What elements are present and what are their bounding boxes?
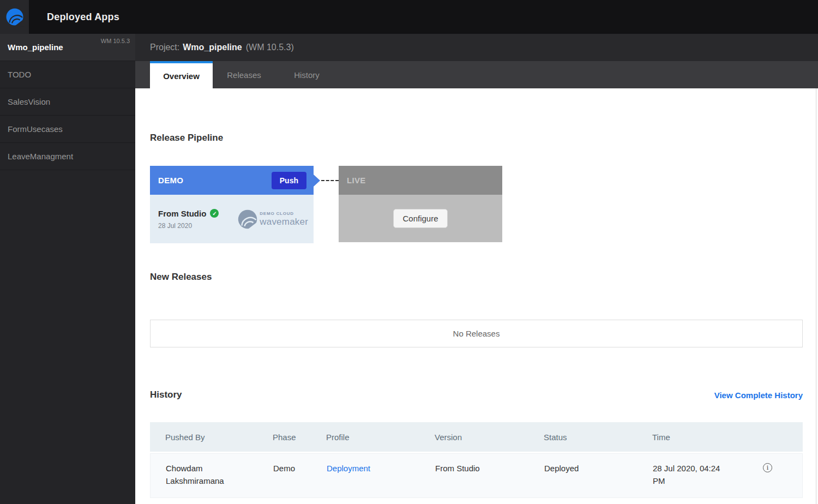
main-panel: Project: Wmo_pipeline (WM 10.5.3) Overvi…	[135, 34, 818, 504]
demo-cloud-logo: DEMO CLOUD wavemaker	[237, 208, 308, 230]
sidebar-item-label: SalesVision	[8, 97, 50, 106]
page-title: Deployed Apps	[47, 11, 119, 23]
new-releases-heading: New Releases	[150, 272, 803, 283]
tab-label: Overview	[163, 71, 200, 81]
demo-stage-header: DEMO Push	[150, 166, 314, 195]
cell-pushed-by: Chowdam Lakshmiramana	[151, 462, 273, 487]
release-source-label: From Studio	[158, 209, 206, 218]
project-version-badge: WM 10.5.3	[101, 38, 130, 44]
no-releases-text: No Releases	[453, 329, 500, 338]
column-header-version: Version	[435, 433, 544, 442]
release-pipeline: DEMO Push From Studio ✓ 28 Jul 2020	[150, 166, 803, 243]
column-header-phase: Phase	[273, 433, 326, 442]
sidebar-item-salesvision[interactable]: SalesVision	[0, 88, 135, 116]
live-stage-card: LIVE Configure	[339, 166, 502, 242]
sidebar-item-wmo-pipeline[interactable]: WM 10.5.3 Wmo_pipeline	[0, 34, 135, 61]
release-pipeline-heading: Release Pipeline	[150, 133, 803, 143]
cell-status: Deployed	[544, 462, 653, 487]
scrollbar-track[interactable]	[816, 88, 818, 504]
demo-cloud-label: DEMO CLOUD	[260, 211, 308, 216]
column-header-profile: Profile	[326, 433, 435, 442]
project-prefix: Project:	[150, 43, 179, 52]
sidebar-item-label: LeaveManagment	[8, 152, 73, 161]
release-date: 28 Jul 2020	[158, 222, 219, 230]
sidebar-item-label: TODO	[8, 70, 31, 79]
projects-sidebar: WM 10.5.3 Wmo_pipeline TODO SalesVision …	[0, 34, 135, 504]
success-check-icon: ✓	[210, 209, 219, 218]
history-table-header: Pushed By Phase Profile Version Status T…	[150, 422, 803, 452]
sidebar-item-label: FormUsecases	[8, 124, 63, 134]
history-heading: History	[150, 389, 182, 400]
history-table: Pushed By Phase Profile Version Status T…	[150, 422, 803, 498]
top-bar: Deployed Apps	[0, 0, 818, 34]
tab-releases[interactable]: Releases	[213, 61, 275, 88]
configure-button[interactable]: Configure	[393, 209, 447, 228]
pipeline-arrow-icon	[314, 175, 320, 187]
sidebar-item-label: Wmo_pipeline	[8, 43, 63, 52]
demo-stage-title: DEMO	[158, 176, 183, 185]
column-header-time: Time	[652, 433, 747, 442]
table-row: Chowdam Lakshmiramana Demo Deployment Fr…	[150, 453, 803, 498]
wavemaker-cloud-icon	[237, 208, 258, 230]
pipeline-connector-line	[321, 180, 339, 181]
live-stage-title: LIVE	[347, 176, 366, 185]
live-stage-header: LIVE	[339, 166, 502, 195]
wavemaker-logo-icon	[5, 7, 25, 27]
overview-content: Release Pipeline DEMO Push From Studio ✓…	[135, 88, 818, 504]
sidebar-item-formusecases[interactable]: FormUsecases	[0, 116, 135, 143]
history-header-row: History View Complete History	[150, 389, 803, 400]
demo-stage-body: From Studio ✓ 28 Jul 2020	[150, 195, 314, 243]
push-button[interactable]: Push	[272, 172, 306, 189]
live-stage-body: Configure	[339, 195, 502, 242]
column-header-status: Status	[544, 433, 652, 442]
info-icon[interactable]: i	[763, 463, 772, 472]
project-name: Wmo_pipeline	[183, 43, 242, 52]
cell-version: From Studio	[435, 462, 544, 487]
sidebar-item-leavemanagment[interactable]: LeaveManagment	[0, 143, 135, 170]
deployment-profile-link[interactable]: Deployment	[327, 464, 370, 473]
demo-release-info: From Studio ✓ 28 Jul 2020	[158, 209, 219, 230]
tab-history[interactable]: History	[275, 61, 338, 88]
column-header-pushed-by: Pushed By	[150, 433, 273, 442]
no-releases-box: No Releases	[150, 320, 803, 347]
app-logo[interactable]	[0, 0, 29, 34]
tab-overview[interactable]: Overview	[150, 61, 213, 88]
tab-bar: Overview Releases History	[135, 61, 818, 88]
cell-time: 28 Jul 2020, 04:24 PM	[653, 462, 748, 487]
cell-phase: Demo	[273, 462, 327, 487]
demo-stage-card: DEMO Push From Studio ✓ 28 Jul 2020	[150, 166, 314, 243]
sidebar-item-todo[interactable]: TODO	[0, 61, 135, 88]
tab-label: History	[294, 70, 320, 80]
view-complete-history-link[interactable]: View Complete History	[714, 391, 803, 400]
wavemaker-brand-label: wavemaker	[260, 217, 308, 227]
project-header: Project: Wmo_pipeline (WM 10.5.3)	[135, 34, 818, 61]
tab-label: Releases	[227, 70, 261, 80]
project-version: (WM 10.5.3)	[246, 43, 294, 52]
